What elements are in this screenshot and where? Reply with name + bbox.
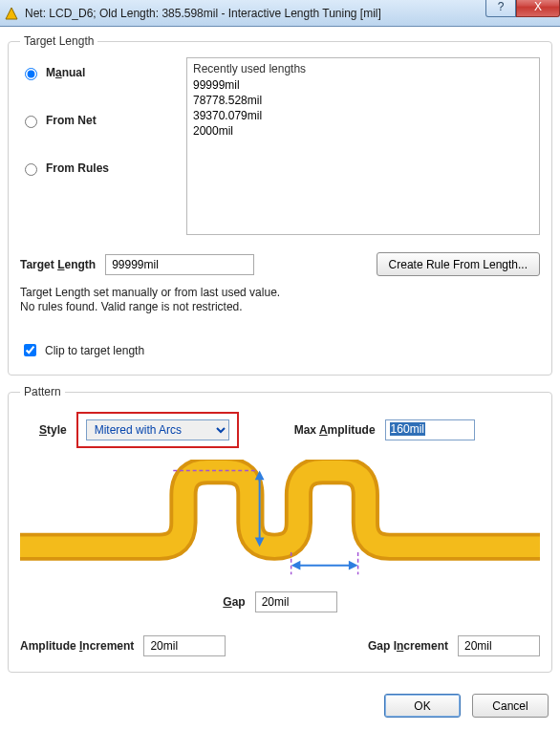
radio-from-rules-label: From Rules: [46, 161, 109, 175]
radio-from-net-input[interactable]: [25, 116, 37, 128]
style-highlight: Mitered with Arcs: [76, 412, 239, 448]
dialog-content: Target Length Manual From Net From Rules…: [0, 27, 560, 718]
radio-from-net[interactable]: From Net: [20, 113, 173, 128]
style-row: Style Mitered with Arcs Max Amplitude 16…: [20, 412, 540, 448]
serpentine-preview: [20, 460, 540, 584]
source-radio-group: Manual From Net From Rules: [20, 57, 173, 176]
amplitude-increment-input[interactable]: [143, 635, 226, 656]
target-length-row: Target Length Create Rule From Length...: [20, 252, 540, 276]
target-length-group: Target Length Manual From Net From Rules…: [8, 34, 552, 376]
radio-from-rules-input[interactable]: [25, 163, 37, 176]
close-button[interactable]: X: [516, 0, 560, 17]
svg-marker-6: [291, 561, 301, 570]
gap-input[interactable]: [255, 591, 337, 612]
help-button[interactable]: ?: [485, 0, 516, 17]
svg-marker-7: [349, 561, 358, 570]
clip-label: Clip to target length: [45, 344, 144, 357]
gap-increment-group: Gap Increment: [368, 635, 540, 656]
pattern-group: Pattern Style Mitered with Arcs Max Ampl…: [8, 385, 552, 673]
clip-row: Clip to target length: [20, 341, 540, 359]
list-item[interactable]: 2000mil: [193, 123, 533, 139]
radio-manual-label: Manual: [46, 66, 85, 79]
window-title: Net: LCD_D6; Old Length: 385.598mil - In…: [25, 7, 381, 20]
max-amplitude-input[interactable]: 160mil: [385, 419, 475, 440]
radio-manual-input[interactable]: [25, 68, 37, 80]
recent-lengths-list[interactable]: Recently used lengths 99999mil 78778.528…: [186, 57, 540, 235]
target-length-input[interactable]: [105, 254, 254, 275]
list-item[interactable]: 99999mil: [193, 77, 533, 93]
gap-row: Gap: [20, 591, 540, 612]
target-length-label: Target Length: [20, 258, 96, 271]
target-length-note: Target Length set manually or from last …: [20, 286, 540, 314]
max-amplitude-label: Max Amplitude: [294, 423, 376, 437]
list-item[interactable]: 39370.079mil: [193, 108, 533, 123]
create-rule-button[interactable]: Create Rule From Length...: [377, 252, 540, 276]
increment-row: Amplitude Increment Gap Increment: [20, 635, 540, 656]
app-icon: [4, 6, 19, 21]
gap-increment-label: Gap Increment: [368, 639, 448, 653]
dialog-footer: OK Cancel: [8, 694, 552, 718]
target-length-legend: Target Length: [20, 34, 97, 48]
style-label: Style: [39, 423, 67, 437]
list-item[interactable]: 78778.528mil: [193, 93, 533, 108]
amplitude-increment-group: Amplitude Increment: [20, 635, 226, 656]
pattern-legend: Pattern: [20, 385, 65, 398]
window-buttons: ? X: [485, 0, 560, 17]
gap-label: Gap: [223, 595, 245, 609]
ok-button[interactable]: OK: [384, 694, 461, 718]
style-combo[interactable]: Mitered with Arcs: [86, 419, 229, 440]
gap-increment-input[interactable]: [458, 635, 540, 656]
radio-from-net-label: From Net: [46, 114, 97, 127]
svg-marker-0: [6, 8, 17, 19]
radio-manual[interactable]: Manual: [20, 65, 173, 80]
amplitude-increment-label: Amplitude Increment: [20, 639, 134, 653]
radio-from-rules[interactable]: From Rules: [20, 161, 173, 176]
recent-lengths-header: Recently used lengths: [193, 62, 533, 75]
cancel-button[interactable]: Cancel: [472, 694, 549, 718]
title-bar: Net: LCD_D6; Old Length: 385.598mil - In…: [0, 0, 560, 27]
clip-checkbox[interactable]: [24, 344, 36, 356]
